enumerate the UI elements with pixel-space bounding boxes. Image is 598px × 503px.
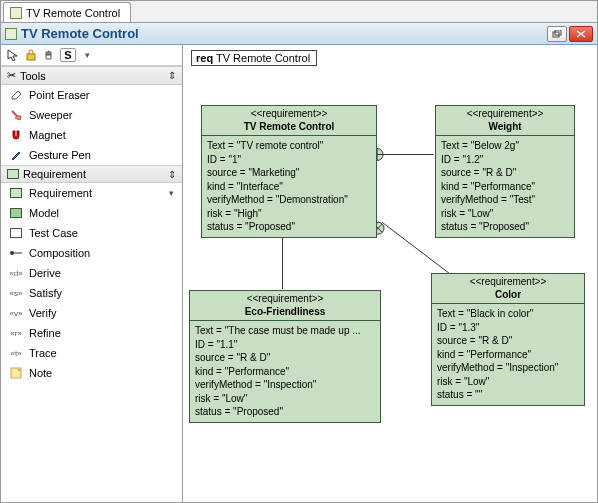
item-label: Verify xyxy=(29,307,57,319)
requirement-box[interactable]: <<requirement>>Eco-Friendliness Text = "… xyxy=(189,290,381,423)
tools-header-label: Tools xyxy=(20,70,46,82)
title-bar: TV Remote Control xyxy=(1,23,597,45)
restore-button[interactable] xyxy=(547,26,567,42)
window-title: TV Remote Control xyxy=(21,26,545,41)
outer-tab-strip: TV Remote Control xyxy=(1,1,597,23)
tool-item-magnet[interactable]: Magnet xyxy=(1,125,182,145)
item-label: Sweeper xyxy=(29,109,72,121)
frame-name: TV Remote Control xyxy=(216,52,310,64)
refine-icon: «r» xyxy=(9,326,23,340)
note-icon xyxy=(9,366,23,380)
stereotype-label: <<requirement>> xyxy=(436,276,580,289)
item-label: Satisfy xyxy=(29,287,62,299)
chevron-down-icon[interactable]: ▾ xyxy=(80,48,94,62)
requirement-name: Eco-Friendliness xyxy=(194,306,376,319)
tool-item-point-eraser[interactable]: Point Eraser xyxy=(1,85,182,105)
palette-item-requirement[interactable]: Requirement▾ xyxy=(1,183,182,203)
cursor-icon[interactable] xyxy=(6,48,20,62)
document-icon xyxy=(10,7,22,19)
tools-icon: ✂ xyxy=(7,69,16,82)
requirement-name: Color xyxy=(436,289,580,302)
hand-icon[interactable] xyxy=(42,48,56,62)
frame-keyword: req xyxy=(196,52,213,64)
close-button[interactable] xyxy=(569,26,593,42)
restore-icon xyxy=(552,30,562,38)
item-label: Refine xyxy=(29,327,61,339)
diagram-canvas[interactable]: req TV Remote Control <<requirement>>TV … xyxy=(183,45,597,502)
tool-item-sweeper[interactable]: Sweeper xyxy=(1,105,182,125)
palette-item-note[interactable]: Note xyxy=(1,363,182,383)
tool-item-gesture-pen[interactable]: Gesture Pen xyxy=(1,145,182,165)
eraser-icon xyxy=(9,88,23,102)
palette-item-refine[interactable]: «r»Refine xyxy=(1,323,182,343)
pen-icon xyxy=(9,148,23,162)
item-label: Note xyxy=(29,367,52,379)
palette-item-composition[interactable]: Composition xyxy=(1,243,182,263)
sweeper-icon xyxy=(9,108,23,122)
pin-icon[interactable]: ⇕ xyxy=(168,169,176,180)
magnet-icon xyxy=(9,128,23,142)
req-icon xyxy=(9,186,23,200)
model-icon xyxy=(9,206,23,220)
derive-icon: «d» xyxy=(9,266,23,280)
palette-item-test-case[interactable]: Test Case xyxy=(1,223,182,243)
requirement-name: TV Remote Control xyxy=(206,121,372,134)
svg-marker-6 xyxy=(12,91,21,99)
svg-rect-5 xyxy=(27,54,35,60)
pin-icon[interactable]: ⇕ xyxy=(168,70,176,81)
palette-item-verify[interactable]: «v»Verify xyxy=(1,303,182,323)
item-label: Point Eraser xyxy=(29,89,90,101)
close-icon xyxy=(576,30,586,38)
svg-point-8 xyxy=(10,251,14,255)
svg-marker-4 xyxy=(8,50,17,61)
tab-label: TV Remote Control xyxy=(26,7,120,19)
requirement-body: Text = "The case must be made up ... ID … xyxy=(190,321,380,422)
composition-icon xyxy=(9,246,23,260)
item-label: Trace xyxy=(29,347,57,359)
satisfy-icon: «s» xyxy=(9,286,23,300)
quick-tool-strip: S ▾ xyxy=(1,45,182,66)
stereotype-label: <<requirement>> xyxy=(194,293,376,306)
palette-item-satisfy[interactable]: «s»Satisfy xyxy=(1,283,182,303)
req-header-icon xyxy=(7,169,19,179)
stereotype-label: <<requirement>> xyxy=(206,108,372,121)
tools-group-header[interactable]: ✂Tools ⇕ xyxy=(1,66,182,85)
document-icon xyxy=(5,28,17,40)
verify-icon: «v» xyxy=(9,306,23,320)
item-label: Model xyxy=(29,207,59,219)
palette-item-derive[interactable]: «d»Derive xyxy=(1,263,182,283)
item-label: Gesture Pen xyxy=(29,149,91,161)
requirement-name: Weight xyxy=(440,121,570,134)
diagram-frame-label: req TV Remote Control xyxy=(191,50,317,66)
item-label: Composition xyxy=(29,247,90,259)
requirement-box[interactable]: <<requirement>>Color Text = "Black in co… xyxy=(431,273,585,406)
requirement-body: Text = "Black in color" ID = "1.3" sourc… xyxy=(432,304,584,405)
palette-item-model[interactable]: Model xyxy=(1,203,182,223)
document-tab[interactable]: TV Remote Control xyxy=(3,2,131,22)
testcase-icon xyxy=(9,226,23,240)
item-label: Magnet xyxy=(29,129,66,141)
item-label: Requirement xyxy=(29,187,92,199)
trace-icon: «t» xyxy=(9,346,23,360)
chevron-down-icon[interactable]: ▾ xyxy=(169,188,174,198)
item-label: Test Case xyxy=(29,227,78,239)
stereotype-label: <<requirement>> xyxy=(440,108,570,121)
palette-item-trace[interactable]: «t»Trace xyxy=(1,343,182,363)
palette-sidebar: S ▾ ✂Tools ⇕ Point EraserSweeperMagnetGe… xyxy=(1,45,183,502)
requirement-box[interactable]: <<requirement>>TV Remote Control Text = … xyxy=(201,105,377,238)
req-header-label: Requirement xyxy=(23,168,86,180)
requirement-group-header[interactable]: Requirement ⇕ xyxy=(1,165,182,183)
requirement-box[interactable]: <<requirement>>Weight Text = "Below 2g" … xyxy=(435,105,575,238)
requirement-body: Text = "Below 2g" ID = "1.2" source = "R… xyxy=(436,136,574,237)
lock-icon[interactable] xyxy=(24,48,38,62)
s-button[interactable]: S xyxy=(60,48,76,62)
item-label: Derive xyxy=(29,267,61,279)
requirement-body: Text = "TV remote control" ID = "1" sour… xyxy=(202,136,376,237)
